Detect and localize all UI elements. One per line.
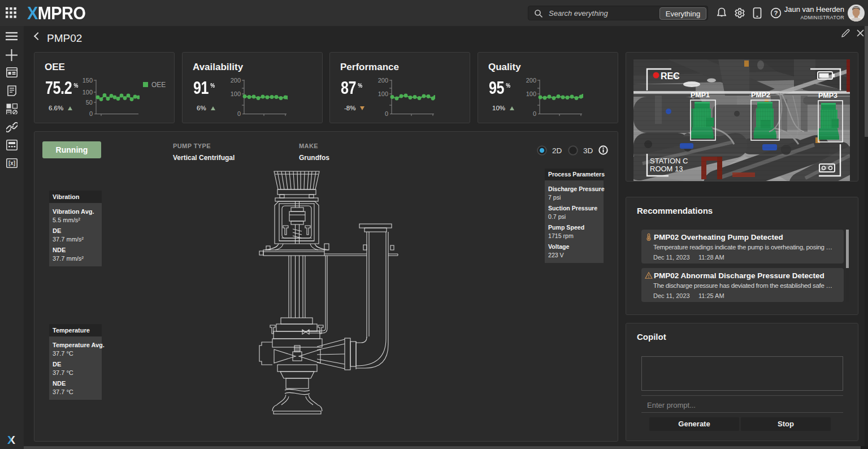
svg-text:PMP1: PMP1: [691, 91, 710, 99]
svg-text:0: 0: [89, 110, 93, 117]
svg-text:ROOM 13: ROOM 13: [650, 165, 683, 173]
svg-text:200: 200: [378, 77, 388, 84]
svg-text:50: 50: [86, 99, 93, 106]
svg-text:STATION C: STATION C: [650, 157, 688, 165]
svg-text:100: 100: [526, 90, 536, 97]
svg-text:PMP2: PMP2: [751, 91, 770, 99]
svg-text:PMP3: PMP3: [818, 92, 837, 100]
svg-text:X: X: [7, 434, 15, 446]
svg-text:REC: REC: [661, 71, 680, 81]
svg-text:100: 100: [83, 89, 93, 96]
svg-text:0: 0: [385, 110, 388, 117]
svg-text:0: 0: [533, 110, 536, 117]
svg-text:0: 0: [237, 110, 241, 117]
svg-text:[x]: [x]: [8, 160, 15, 166]
svg-text:150: 150: [83, 77, 93, 84]
svg-text:200: 200: [526, 77, 536, 84]
svg-text:?: ?: [774, 10, 778, 16]
svg-text:100: 100: [231, 90, 241, 97]
svg-text:100: 100: [378, 90, 388, 97]
svg-text:200: 200: [231, 77, 241, 84]
